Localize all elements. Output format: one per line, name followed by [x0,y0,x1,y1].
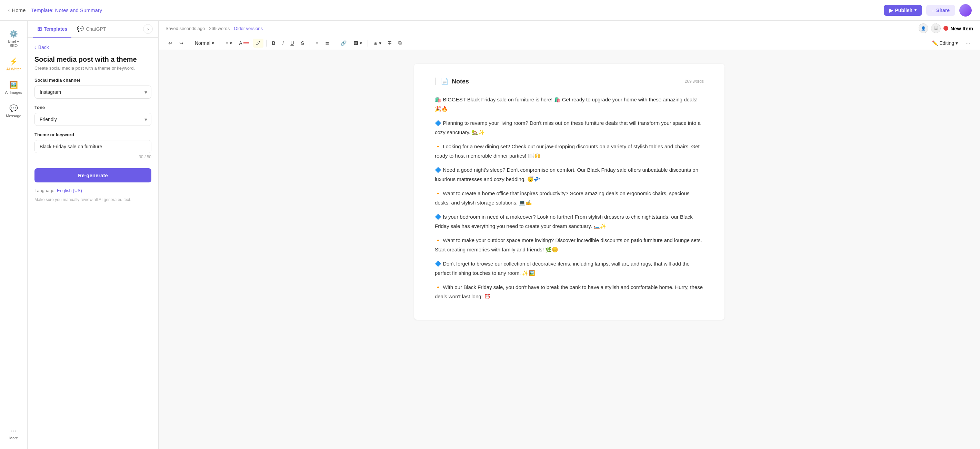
template-label: Template: Notes and Summary [31,7,102,13]
editor-area: Saved seconds ago 269 words Older versio… [159,21,980,449]
publish-icon: ▶ [889,8,893,13]
home-button[interactable]: ‹ Home [8,7,25,13]
top-bar: ‹ Home Template: Notes and Summary ▶ Pub… [0,0,980,21]
editor-toolbar: ↩ ↪ Normal ▾ ≡ ▾ A 🖍 B I U S ≡ ≣ 🔗 🖼 ▾ ⊞… [159,36,980,50]
avatar-placeholder-icon: 👤 [921,26,926,31]
style-label: Normal [195,40,210,46]
style-dropdown-icon: ▾ [212,40,214,46]
channel-select-wrapper: Instagram Twitter Facebook LinkedIn ▾ [35,86,151,99]
ai-images-icon: 🖼️ [9,81,18,89]
content-paragraph: 🔷 Is your bedroom in need of a makeover?… [435,212,704,231]
brief-seo-icon: ⚙️ [9,30,18,38]
sidebar-item-ai-images[interactable]: 🖼️ AI Images [2,77,26,98]
table-button[interactable]: ⊞ ▾ [371,39,384,48]
back-label: Back [38,45,49,50]
keyword-input[interactable] [35,140,151,153]
style-selector[interactable]: Normal ▾ [192,39,217,48]
tab-templates[interactable]: ⊞ Templates [33,21,72,38]
toolbar-separator-6 [368,40,368,46]
older-versions-link[interactable]: Older versions [234,26,263,31]
numbered-list-button[interactable]: ≣ [322,39,332,48]
share-icon: ↑ [932,8,934,13]
tone-field-group: Tone Friendly Professional Casual Formal… [35,105,151,126]
tab-chatgpt-label: ChatGPT [86,26,106,32]
toolbar-separator-3 [266,40,267,46]
back-button[interactable]: ‹ Back [35,45,151,50]
regenerate-button[interactable]: Re-generate [35,168,151,182]
link-button[interactable]: 🔗 [338,39,349,48]
char-count: 30 / 50 [35,154,151,159]
keyword-label: Theme or keyword [35,132,151,137]
tone-select-wrapper: Friendly Professional Casual Formal ▾ [35,113,151,126]
ai-writer-icon: ⚡ [9,57,18,65]
toolbar-separator-1 [189,40,189,46]
doc-icon: 📄 [441,78,448,85]
copy-button[interactable]: ⧉ [396,38,404,48]
red-dot-icon [943,26,948,31]
align-button[interactable]: ≡ ▾ [223,39,235,48]
panel-content: ‹ Back Social media post with a theme Cr… [28,38,158,449]
content-paragraph: 🔸 Want to create a home office that insp… [435,189,704,207]
template-prefix: Template: [31,7,55,13]
language-line: Language: English (US) [35,188,151,193]
share-button[interactable]: ↑ Share [926,5,955,16]
content-paragraph: 🛍️ BIGGEST Black Friday sale on furnitur… [435,95,704,113]
sidebar-item-brief-seo[interactable]: ⚙️ Brief + SEO [2,26,26,51]
message-icon: 💬 [9,104,18,112]
format-clear-button[interactable]: T̶ [385,39,394,48]
tab-templates-label: Templates [44,26,67,32]
text-color-button[interactable]: A [236,39,251,48]
panel: ⊞ Templates 💬 ChatGPT › ‹ Back Social me… [28,21,159,449]
disclaimer-text: Make sure you manually review all AI gen… [35,197,151,203]
avatar-placeholder-icon-2: 🖼 [934,26,938,30]
template-name: Notes and Summary [55,7,102,13]
back-chevron-icon: ‹ [35,45,36,50]
templates-tab-icon: ⊞ [37,25,42,32]
more-icon: ··· [11,427,17,435]
panel-collapse-button[interactable]: › [143,24,153,34]
bold-button[interactable]: B [269,39,278,48]
channel-select[interactable]: Instagram Twitter Facebook LinkedIn [35,86,151,99]
bullet-list-button[interactable]: ≡ [313,39,321,48]
sidebar-item-ai-writer[interactable]: ⚡ AI Writer [2,54,26,75]
language-link[interactable]: English (US) [57,188,82,193]
image-button[interactable]: 🖼 ▾ [351,39,365,48]
italic-button[interactable]: I [280,39,286,48]
panel-description: Create social media post with a theme or… [35,65,151,71]
content-paragraph: 🔸 Want to make your outdoor space more i… [435,236,704,254]
editor-avatar-2: 🖼 [931,24,941,33]
user-avatar[interactable] [959,4,972,17]
sidebar-item-more[interactable]: ··· More [2,423,26,443]
publish-button[interactable]: ▶ Publish ▾ [884,5,923,16]
editor-topbar: Saved seconds ago 269 words Older versio… [159,21,980,36]
new-item-indicator: New Item [943,25,973,31]
content-paragraph: 🔷 Don't forget to browse our collection … [435,259,704,278]
editor-inner[interactable]: 📄 Notes 269 words 🛍️ BIGGEST Black Frida… [414,64,724,320]
editing-label: Editing [939,40,954,46]
edit-pen-icon: ✏️ [932,40,938,46]
doc-title: Notes [452,78,469,85]
home-label: Home [12,7,25,13]
editing-dropdown-icon: ▾ [956,40,958,46]
publish-label: Publish [895,8,913,13]
chevron-left-icon: ‹ [8,8,10,13]
redo-button[interactable]: ↪ [177,39,186,48]
content-paragraph: 🔷 Need a good night's sleep? Don't compr… [435,165,704,184]
keyword-field-group: Theme or keyword 30 / 50 [35,132,151,159]
doc-word-count: 269 words [685,79,704,84]
tone-select[interactable]: Friendly Professional Casual Formal [35,113,151,126]
underline-button[interactable]: U [288,39,297,48]
toolbar-separator-2 [220,40,220,46]
word-count-meta: 269 words [209,26,230,31]
more-options-button[interactable]: ⋯ [963,39,973,48]
undo-button[interactable]: ↩ [165,39,175,48]
strikethrough-button[interactable]: S [298,39,307,48]
sidebar-item-message[interactable]: 💬 Message [2,101,26,121]
share-label: Share [936,8,950,13]
highlight-button[interactable]: 🖍 [253,39,263,48]
panel-title: Social media post with a theme [35,56,151,64]
tab-chatgpt[interactable]: 💬 ChatGPT [73,21,110,38]
content-body[interactable]: 🛍️ BIGGEST Black Friday sale on furnitur… [435,95,704,301]
editing-button[interactable]: ✏️ Editing ▾ [929,39,961,48]
editor-content: 📄 Notes 269 words 🛍️ BIGGEST Black Frida… [159,50,980,449]
